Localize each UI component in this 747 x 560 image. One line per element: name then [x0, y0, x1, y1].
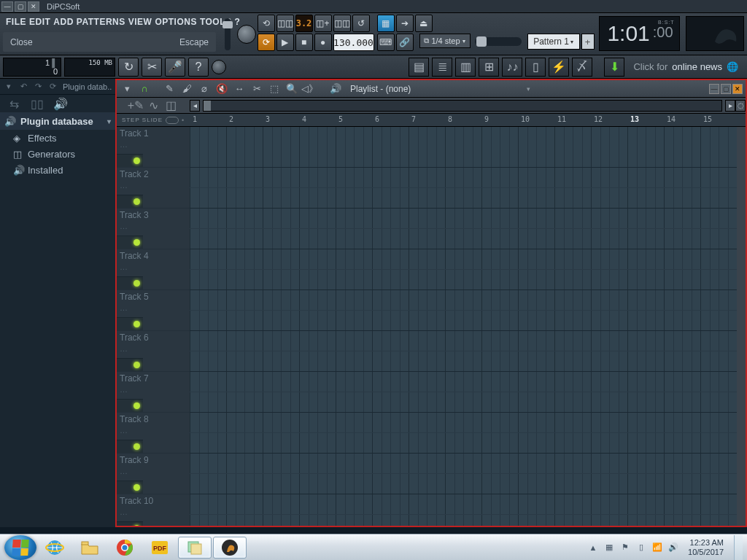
- track-header[interactable]: Track 8…: [117, 413, 190, 454]
- time-signature-lcd[interactable]: 3.2: [295, 15, 313, 32]
- browser-root[interactable]: 🔊 Plugin database ▾: [0, 112, 115, 130]
- playlist-max-button[interactable]: ▢: [721, 84, 731, 94]
- blend-mode-button[interactable]: ▦: [377, 15, 395, 32]
- erase-tool-icon[interactable]: ⌀: [197, 82, 212, 96]
- download-icon[interactable]: ⬇: [604, 58, 624, 77]
- browser-menu-icon[interactable]: ▾: [3, 81, 15, 93]
- countdown-button[interactable]: ◫+: [314, 15, 332, 32]
- step-mode-button[interactable]: ➔: [396, 15, 414, 32]
- slip-tool-icon[interactable]: ↔: [232, 82, 247, 96]
- snap-select[interactable]: ⧉ 1/4 step ▾: [419, 34, 471, 48]
- loop-record-button[interactable]: ↺: [352, 15, 370, 32]
- track-mute-button[interactable]: [117, 276, 143, 289]
- tree-item-installed[interactable]: 🔊Installed: [0, 162, 115, 178]
- show-desktop-button[interactable]: [734, 535, 743, 560]
- pitch-slider[interactable]: [225, 18, 231, 50]
- menu-file[interactable]: FILE: [6, 17, 26, 27]
- browser-collapse-icon[interactable]: ⇆: [6, 97, 22, 110]
- browser-folder-icon[interactable]: ▯▯: [29, 97, 45, 110]
- tray-app-icon[interactable]: ▦: [603, 542, 615, 553]
- menu-options[interactable]: OPTIONS: [155, 17, 197, 27]
- metronome-button[interactable]: ◫◫: [276, 15, 294, 32]
- vertical-scrollbar[interactable]: [737, 127, 746, 526]
- tree-item-effects[interactable]: ◈Effects: [0, 130, 115, 146]
- track-header[interactable]: Track 7…: [117, 372, 190, 413]
- songmode-button[interactable]: ⟳: [258, 34, 275, 51]
- select-tool-icon[interactable]: ⬚: [267, 82, 282, 96]
- cut-button[interactable]: ✂: [142, 58, 162, 77]
- plugin-picker-button[interactable]: ⚡: [549, 58, 569, 77]
- main-volume-knob[interactable]: [237, 25, 256, 44]
- view-stepseq-button[interactable]: ≣: [432, 58, 452, 77]
- add-marker-icon[interactable]: +✎: [128, 99, 143, 112]
- taskbar-explorer-icon[interactable]: [73, 537, 107, 559]
- pattern-select[interactable]: Pattern 1▾: [527, 34, 580, 50]
- track-header[interactable]: Track 10…: [117, 494, 190, 526]
- maximize-button[interactable]: ▢: [15, 1, 26, 12]
- record-button[interactable]: ●: [314, 34, 332, 51]
- browser-reload-icon[interactable]: ⟳: [47, 81, 58, 93]
- tray-network-icon[interactable]: 📶: [651, 542, 663, 553]
- playlist-titlebar[interactable]: ▾ ∩ ✎ 🖌 ⌀ 🔇 ↔ ✂ ⬚ 🔍 ◁》 🔊 Playlist - (non…: [117, 80, 746, 98]
- slice-tool-icon[interactable]: ✂: [249, 82, 264, 96]
- magnet-icon[interactable]: ∩: [137, 82, 152, 96]
- track-header[interactable]: Track 5…: [117, 290, 190, 331]
- tray-flag-icon[interactable]: ⚑: [619, 542, 631, 553]
- mute-tool-icon[interactable]: 🔇: [214, 82, 229, 96]
- view-mixer-button[interactable]: ♪♪: [502, 58, 522, 77]
- view-channelrack-button[interactable]: ▯: [525, 58, 546, 77]
- tray-up-icon[interactable]: ▲: [587, 542, 599, 553]
- track-header[interactable]: Track 2…: [117, 168, 190, 209]
- taskbar-notes-icon[interactable]: [178, 537, 212, 559]
- browser-speaker-icon[interactable]: 🔊: [53, 97, 69, 110]
- tempo-display[interactable]: 130.000: [333, 34, 374, 51]
- taskbar-ie-icon[interactable]: [38, 537, 71, 559]
- playlist-ruler[interactable]: STEP SLIDE • 123456789101112131415: [117, 114, 746, 127]
- track-header[interactable]: Track 1…: [117, 127, 190, 168]
- undo-button[interactable]: ↻: [118, 58, 139, 77]
- taskbar-pdf-icon[interactable]: PDF: [143, 537, 177, 559]
- tray-battery-icon[interactable]: ▯: [635, 542, 647, 553]
- browser-back-icon[interactable]: ↶: [18, 81, 29, 93]
- pattern-add-button[interactable]: +: [581, 34, 595, 50]
- help-button[interactable]: ?: [188, 58, 209, 77]
- view-playlist-button[interactable]: ▤: [409, 58, 429, 77]
- stop-button[interactable]: ■: [295, 34, 313, 51]
- track-mute-button[interactable]: [117, 399, 143, 412]
- track-mute-button[interactable]: [117, 521, 143, 526]
- taskbar-flstudio-icon[interactable]: [213, 537, 247, 559]
- horizontal-scrollbar[interactable]: [203, 100, 722, 112]
- track-mute-button[interactable]: [117, 358, 143, 371]
- draw-tool-icon[interactable]: ✎: [162, 82, 177, 96]
- track-header[interactable]: Track 4…: [117, 249, 190, 290]
- paint-tool-icon[interactable]: 🖌: [179, 82, 194, 96]
- taskbar-chrome-icon[interactable]: [108, 537, 142, 559]
- overdub-button[interactable]: ◫◫: [333, 15, 351, 32]
- playback-tool-icon[interactable]: ◁》: [302, 82, 317, 96]
- minimize-button[interactable]: —: [1, 1, 13, 12]
- playlist-menu-icon[interactable]: ▾: [120, 82, 134, 96]
- playlist-min-button[interactable]: —: [709, 84, 719, 94]
- browser-fwd-icon[interactable]: ↷: [32, 81, 44, 93]
- automation-icon[interactable]: ◫: [163, 99, 178, 112]
- pat-song-toggle[interactable]: ⟲: [258, 15, 275, 32]
- track-header[interactable]: Track 9…: [117, 454, 190, 494]
- menu-add[interactable]: ADD: [53, 17, 74, 27]
- view-pianoroll-button[interactable]: ▥: [455, 58, 476, 77]
- playlist-grid[interactable]: [190, 127, 746, 526]
- track-mute-button[interactable]: [117, 317, 143, 330]
- typing-keyboard-button[interactable]: ⌨: [377, 34, 395, 51]
- close-button[interactable]: ✕: [28, 1, 39, 12]
- tree-item-generators[interactable]: ◫Generators: [0, 146, 115, 162]
- menu-view[interactable]: VIEW: [128, 17, 152, 27]
- pattern-slider[interactable]: [475, 37, 522, 46]
- zoom-fit-button[interactable]: ◌: [735, 100, 746, 112]
- track-header[interactable]: Track 6…: [117, 331, 190, 372]
- sample-button[interactable]: 🎤: [165, 58, 185, 77]
- track-mute-button[interactable]: [117, 236, 143, 249]
- news-link[interactable]: Click for online news 🌐: [627, 58, 744, 77]
- zoom-tool-icon[interactable]: 🔍: [285, 82, 299, 96]
- chevron-down-icon[interactable]: ▾: [527, 85, 530, 93]
- wait-input-button[interactable]: ⏏: [415, 15, 433, 32]
- view-browser-button[interactable]: ⊞: [479, 58, 499, 77]
